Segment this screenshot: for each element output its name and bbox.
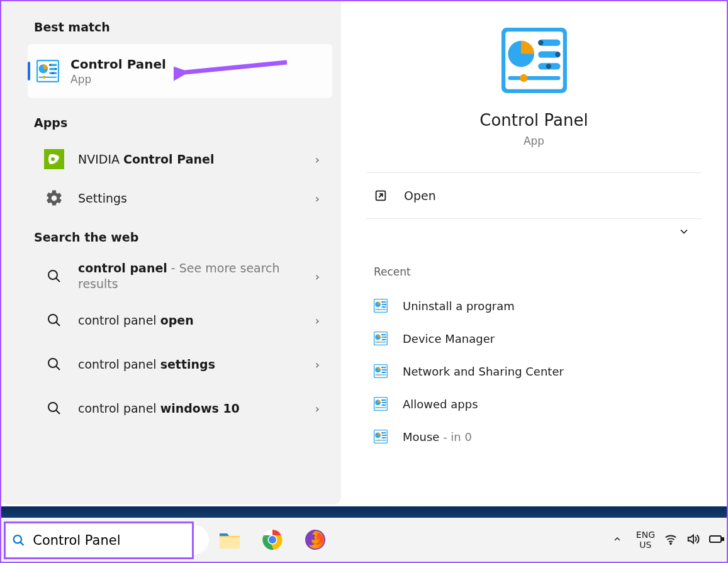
best-match-text: Control Panel App xyxy=(70,57,166,86)
taskbar-pinned-apps xyxy=(218,518,327,562)
web-item-settings[interactable]: control panel settings › xyxy=(34,342,332,386)
taskbar-system-tray: ENG US xyxy=(607,518,724,562)
firefox-icon[interactable] xyxy=(303,528,327,552)
chevron-right-icon: › xyxy=(315,314,320,327)
control-panel-mini-icon xyxy=(374,299,388,313)
search-icon xyxy=(12,533,25,548)
search-icon xyxy=(43,397,65,420)
taskbar-search-box[interactable] xyxy=(4,521,194,559)
gear-icon xyxy=(43,187,65,209)
file-explorer-icon[interactable] xyxy=(218,528,242,552)
app-item-nvidia-control-panel[interactable]: NVIDIA Control Panel › xyxy=(34,140,332,179)
control-panel-icon xyxy=(36,60,59,82)
control-panel-mini-icon xyxy=(374,430,388,443)
control-panel-mini-icon xyxy=(374,364,388,378)
chevron-right-icon: › xyxy=(315,402,320,415)
svg-line-20 xyxy=(56,410,60,414)
chevron-right-icon: › xyxy=(315,270,320,283)
svg-line-24 xyxy=(20,542,23,545)
chevron-right-icon: › xyxy=(315,358,320,371)
recent-item-label: Mouse - in 0 xyxy=(403,430,472,443)
language-indicator[interactable]: ENG US xyxy=(636,530,655,550)
recent-uninstall-program[interactable]: Uninstall a program xyxy=(366,289,702,322)
svg-point-12 xyxy=(51,157,55,161)
svg-line-18 xyxy=(56,366,60,370)
chevron-right-icon: › xyxy=(315,192,320,205)
web-item-windows-10[interactable]: control panel windows 10 › xyxy=(34,386,332,430)
chevron-down-icon xyxy=(678,225,690,238)
battery-icon[interactable] xyxy=(709,533,724,547)
app-item-label: Settings xyxy=(78,191,315,206)
web-item-label: control panel windows 10 xyxy=(78,401,315,416)
svg-point-19 xyxy=(48,403,57,411)
search-input[interactable] xyxy=(31,532,186,549)
recent-item-label: Allowed apps xyxy=(403,398,478,411)
detail-title: Control Panel xyxy=(479,111,588,130)
expand-actions[interactable] xyxy=(366,219,702,244)
recent-item-label: Network and Sharing Center xyxy=(403,365,564,378)
svg-rect-25 xyxy=(220,537,240,549)
tray-overflow-icon[interactable] xyxy=(607,533,627,547)
open-label: Open xyxy=(404,189,436,203)
recent-item-label: Device Manager xyxy=(403,332,495,345)
recent-device-manager[interactable]: Device Manager xyxy=(366,322,702,355)
recent-item-label: Uninstall a program xyxy=(403,299,515,313)
svg-line-16 xyxy=(56,322,60,326)
open-icon xyxy=(374,189,388,203)
app-item-settings[interactable]: Settings › xyxy=(34,179,332,218)
best-match-title: Control Panel xyxy=(70,57,166,72)
selection-indicator xyxy=(28,62,30,81)
details-right-column: Control Panel App Open Recent Uninstall … xyxy=(341,1,727,504)
search-icon xyxy=(43,309,65,332)
recent-mouse[interactable]: Mouse - in 0 xyxy=(366,420,702,453)
best-match-item[interactable]: Control Panel App xyxy=(28,44,332,98)
recent-network-sharing[interactable]: Network and Sharing Center xyxy=(366,355,702,387)
svg-rect-32 xyxy=(710,536,721,542)
volume-icon[interactable] xyxy=(686,532,700,548)
results-left-column: Best match Control Panel App Apps NVIDIA… xyxy=(1,1,341,504)
svg-point-17 xyxy=(48,359,57,367)
search-web-header: Search the web xyxy=(8,218,335,254)
svg-rect-33 xyxy=(722,538,724,540)
svg-point-30 xyxy=(670,543,671,544)
detail-subtitle: App xyxy=(524,135,544,147)
svg-point-15 xyxy=(48,315,57,323)
web-item-label: control panel - See more search results xyxy=(78,260,315,291)
svg-point-28 xyxy=(269,536,276,543)
best-match-header: Best match xyxy=(8,8,335,44)
nvidia-icon xyxy=(43,148,65,170)
control-panel-mini-icon xyxy=(374,397,388,411)
svg-point-13 xyxy=(48,270,57,279)
search-results-panel: Best match Control Panel App Apps NVIDIA… xyxy=(1,1,727,504)
control-panel-mini-icon xyxy=(374,332,388,345)
recent-header: Recent xyxy=(366,244,702,289)
web-item-open[interactable]: control panel open › xyxy=(34,298,332,342)
web-item-label: control panel settings xyxy=(78,357,315,372)
search-icon xyxy=(43,353,65,376)
web-item-see-more[interactable]: control panel - See more search results … xyxy=(34,254,332,298)
svg-line-14 xyxy=(56,278,60,282)
svg-marker-31 xyxy=(688,535,693,543)
wifi-icon[interactable] xyxy=(664,532,678,548)
recent-allowed-apps[interactable]: Allowed apps xyxy=(366,387,702,420)
chevron-right-icon: › xyxy=(315,153,320,166)
svg-point-23 xyxy=(14,535,21,543)
open-action[interactable]: Open xyxy=(366,173,702,218)
search-icon xyxy=(43,265,65,287)
apps-header: Apps xyxy=(8,103,335,140)
app-item-label: NVIDIA Control Panel xyxy=(78,152,315,167)
best-match-subtitle: App xyxy=(70,73,166,86)
control-panel-icon-large xyxy=(500,26,568,94)
chrome-icon[interactable] xyxy=(260,528,284,552)
web-item-label: control panel open xyxy=(78,313,315,328)
